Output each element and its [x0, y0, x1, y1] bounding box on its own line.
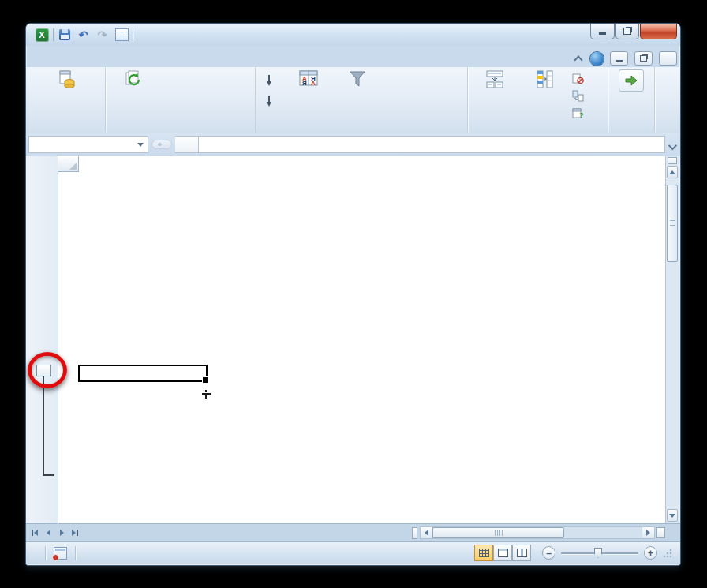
cell-cursor-crosshair	[202, 390, 211, 399]
resize-grip[interactable]	[663, 549, 672, 558]
previous-sheet-button[interactable]	[42, 526, 54, 539]
page-layout-view-button[interactable]	[493, 545, 512, 561]
restore-icon	[640, 55, 647, 62]
arrow-up-icon	[669, 170, 675, 174]
group-outline	[608, 67, 655, 132]
selection-border[interactable]	[78, 365, 208, 382]
outline-bracket-end	[43, 474, 54, 476]
vertical-split-handle[interactable]	[668, 157, 677, 164]
title-bar[interactable]: X ↶ ↷	[26, 24, 680, 46]
vertical-scrollbar[interactable]	[665, 156, 679, 523]
scroll-up-button[interactable]	[667, 166, 678, 178]
ribbon: АЯЯА	[26, 67, 680, 133]
consolidate-button[interactable]	[572, 88, 587, 103]
sort-button[interactable]: АЯЯА	[281, 69, 336, 92]
outline-structure-button[interactable]	[610, 69, 653, 94]
vertical-scroll-thumb[interactable]	[667, 185, 678, 262]
close-button[interactable]	[640, 24, 677, 39]
workbook-close-button[interactable]	[659, 51, 677, 66]
formula-bar	[28, 135, 678, 154]
expand-formula-bar-icon[interactable]	[665, 136, 678, 153]
remove-duplicates-icon	[534, 69, 555, 90]
scroll-left-button[interactable]	[421, 527, 433, 538]
restore-icon	[623, 28, 631, 35]
page-layout-icon	[498, 549, 508, 557]
outline-structure-icon	[619, 69, 644, 92]
view-shortcut-buttons	[474, 545, 531, 561]
fill-handle[interactable]	[202, 376, 209, 384]
name-box[interactable]	[28, 136, 148, 153]
svg-text:?: ?	[579, 111, 584, 119]
data-validation-button[interactable]	[572, 71, 587, 85]
refresh-all-button[interactable]	[110, 69, 159, 92]
arrow-left-icon	[425, 530, 428, 536]
group-get-external-data	[28, 67, 106, 132]
workbook-minimize-button[interactable]	[610, 51, 628, 66]
formula-bar-splitter[interactable]	[152, 140, 172, 149]
sort-descending-button[interactable]	[258, 92, 279, 110]
text-to-columns-button[interactable]	[471, 69, 518, 92]
page-break-icon	[517, 549, 527, 557]
table-title-line2	[79, 204, 664, 219]
select-all-triangle-icon	[69, 163, 77, 170]
get-external-data-button[interactable]	[31, 69, 102, 92]
remove-duplicates-button[interactable]	[520, 69, 569, 92]
insert-function-button[interactable]	[175, 136, 199, 153]
zoom-in-button[interactable]: +	[644, 546, 657, 560]
last-sheet-button[interactable]	[69, 526, 81, 539]
status-bar: – +	[26, 541, 680, 564]
first-sheet-button[interactable]	[28, 526, 41, 539]
horizontal-scroll-thumb[interactable]	[432, 527, 564, 538]
annotation-red-circle	[28, 352, 67, 388]
screenshot-stage: X ↶ ↷	[0, 0, 707, 588]
ribbon-tab-row-right	[571, 51, 677, 66]
sort-ascending-button[interactable]	[258, 72, 279, 89]
tab-scroll-splitter[interactable]	[412, 527, 417, 539]
restore-button[interactable]	[615, 24, 639, 39]
page-break-view-button[interactable]	[512, 545, 531, 561]
horizontal-split-handle[interactable]	[656, 527, 665, 538]
sheet-tab-bar	[26, 523, 680, 541]
minimize-icon	[616, 60, 623, 62]
normal-view-icon	[479, 549, 489, 557]
sort-dialog-icon: АЯЯА	[298, 69, 320, 90]
help-button[interactable]	[590, 52, 604, 66]
minimize-icon	[599, 32, 606, 35]
formula-input[interactable]	[199, 136, 665, 153]
sheet-nav-buttons	[28, 526, 81, 539]
worksheet-area	[26, 156, 679, 523]
name-box-dropdown-icon[interactable]	[137, 143, 144, 147]
table-title-line1	[79, 188, 664, 204]
zoom-slider-thumb[interactable]	[594, 548, 602, 558]
scroll-right-button[interactable]	[642, 527, 654, 538]
zoom-out-button[interactable]: –	[542, 546, 556, 560]
external-data-icon	[56, 69, 77, 90]
excel-window: X ↶ ↷	[26, 24, 680, 565]
macro-record-icon[interactable]	[54, 547, 67, 560]
what-if-analysis-icon: ?	[572, 107, 584, 119]
outline-bracket-line	[43, 376, 44, 476]
group-data-tools: ?	[468, 67, 608, 132]
consolidate-icon	[572, 90, 584, 102]
minimize-button[interactable]	[590, 24, 615, 39]
scroll-down-button[interactable]	[667, 509, 678, 522]
horizontal-scrollbar[interactable]	[420, 526, 655, 539]
filter-button[interactable]	[339, 69, 376, 92]
cells-grid	[79, 172, 665, 523]
select-all-corner[interactable]	[58, 156, 79, 172]
table-title-merged-cell[interactable]	[79, 188, 664, 219]
minimize-ribbon-icon[interactable]	[571, 52, 585, 65]
group-sort-filter: АЯЯА	[256, 67, 468, 132]
ribbon-tab-row	[26, 46, 680, 67]
status-bar-right: – +	[474, 545, 672, 561]
workbook-restore-button[interactable]	[634, 51, 653, 66]
arrow-down-icon	[669, 514, 675, 518]
what-if-analysis-button[interactable]: ?	[572, 106, 587, 120]
refresh-all-icon	[124, 69, 144, 90]
svg-text:Я: Я	[302, 80, 307, 87]
normal-view-button[interactable]	[474, 545, 493, 561]
zoom-slider[interactable]	[561, 547, 638, 559]
next-sheet-button[interactable]	[55, 526, 68, 539]
group-connections	[105, 67, 256, 132]
svg-text:А: А	[311, 80, 316, 87]
